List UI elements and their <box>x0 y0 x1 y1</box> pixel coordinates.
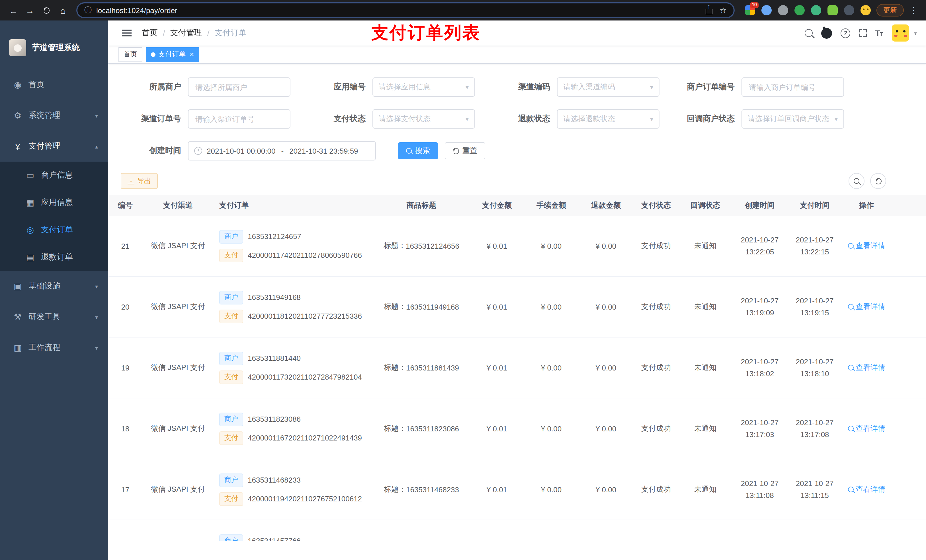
date-start: 2021-10-01 00:00:00 <box>207 146 275 155</box>
view-detail-link[interactable]: 查看详情 <box>848 484 885 495</box>
cell-product-title: 标题：1635311881439 <box>373 362 470 373</box>
bookmark-star-icon[interactable]: ☆ <box>720 6 727 15</box>
table-body: 21 微信 JSAPI 支付 商户 1635312124657 支付 42000… <box>108 216 926 540</box>
browser-menu-icon[interactable]: ⋮ <box>909 5 918 15</box>
font-size-icon[interactable]: TT <box>875 29 883 37</box>
back-icon[interactable]: ← <box>6 3 21 18</box>
reset-button[interactable]: 重置 <box>445 142 485 159</box>
search-icon[interactable] <box>805 29 813 37</box>
view-detail-link[interactable]: 查看详情 <box>848 241 885 251</box>
chevron-down-icon: ▾ <box>95 314 98 320</box>
extension-icon[interactable] <box>794 5 805 15</box>
pay-tag: 支付 <box>219 248 243 262</box>
cell-refund: ¥ 0.00 <box>579 242 633 250</box>
cell-amount: ¥ 0.01 <box>470 424 524 433</box>
search-toggle-button[interactable] <box>849 173 864 189</box>
sidebar-item-pay-order[interactable]: ◎ 支付订单 <box>0 216 108 244</box>
date-range-picker[interactable]: 2021-10-01 00:00:00 - 2021-10-31 23:59:5… <box>188 141 376 160</box>
tags-view-bar: 首页 支付订单 × <box>108 45 926 64</box>
table-row: 17 微信 JSAPI 支付 商户 1635311468233 支付 42000… <box>108 459 926 520</box>
extension-icon[interactable] <box>778 5 788 15</box>
app-title: 芋道管理系统 <box>32 43 80 53</box>
sidebar-item-app-info[interactable]: ▦ 应用信息 <box>0 189 108 216</box>
sidebar-item-merchant-info[interactable]: ▭ 商户信息 <box>0 162 108 189</box>
channel-order-no-input[interactable] <box>188 109 291 128</box>
view-detail-link[interactable]: 查看详情 <box>848 302 885 312</box>
extension-icon[interactable] <box>828 5 838 15</box>
export-button[interactable]: 导出 <box>121 173 158 189</box>
breadcrumb-separator: / <box>163 29 165 38</box>
chevron-down-icon: ▾ <box>650 115 653 123</box>
sidebar-item-dev-tools[interactable]: ⚒ 研发工具 ▾ <box>0 302 108 332</box>
cell-pay-status: 支付成功 <box>633 241 679 251</box>
avatar[interactable] <box>892 24 909 42</box>
question-icon[interactable]: ? <box>841 28 850 38</box>
cell-id: 20 <box>108 302 142 311</box>
toolbar-right-icons <box>849 173 886 189</box>
avatar-caret-icon[interactable]: ▾ <box>914 30 917 36</box>
sidebar-item-workflow[interactable]: ▥ 工作流程 ▾ <box>0 332 108 363</box>
fullscreen-icon[interactable] <box>859 29 867 37</box>
merchant-input[interactable] <box>188 77 291 97</box>
cell-action: 查看详情 <box>842 423 891 434</box>
pay-status-select[interactable]: 请选择支付状态 ▾ <box>372 109 475 128</box>
refund-status-select[interactable]: 请选择退款状态 ▾ <box>557 109 660 128</box>
filter-row: 所属商户 应用编号 请选择应用信息 ▾ 渠道编码 <box>121 77 926 97</box>
gear-icon: ⚙ <box>11 110 24 121</box>
extension-icon[interactable] <box>761 5 772 15</box>
close-icon[interactable]: × <box>190 51 194 58</box>
payment-submenu: ▭ 商户信息 ▦ 应用信息 ◎ 支付订单 ▤ 退款订单 <box>0 162 108 271</box>
cell-amount: ¥ 0.01 <box>470 242 524 250</box>
forward-icon[interactable]: → <box>22 3 38 18</box>
home-icon[interactable]: ⌂ <box>55 3 71 18</box>
cell-fee: ¥ 0.00 <box>524 302 579 311</box>
table-row-partial: 商户 1635311457766 支付 <box>108 520 926 540</box>
record-icon: ◎ <box>24 225 36 235</box>
emoji-extension-icon[interactable] <box>861 5 871 15</box>
pay-tag: 支付 <box>219 431 243 445</box>
view-detail-link[interactable]: 查看详情 <box>848 362 885 373</box>
cell-refund: ¥ 0.00 <box>579 363 633 372</box>
cell-notify-status: 未通知 <box>679 302 732 312</box>
sidebar-item-refund-order[interactable]: ▤ 退款订单 <box>0 244 108 271</box>
cell-channel: 微信 JSAPI 支付 <box>142 484 213 495</box>
document-icon: ▤ <box>24 252 36 263</box>
extension-icon[interactable]: 10 <box>745 5 755 15</box>
download-icon <box>127 178 135 184</box>
refresh-button[interactable] <box>870 173 886 189</box>
cell-refund: ¥ 0.00 <box>579 424 633 433</box>
app-select[interactable]: 请选择应用信息 ▾ <box>372 77 475 97</box>
channel-code-select[interactable]: 请输入渠道编码 ▾ <box>557 77 660 97</box>
breadcrumb-payment[interactable]: 支付管理 <box>170 28 202 38</box>
address-bar[interactable]: ⓘ localhost:1024/pay/order ☆ <box>76 2 735 18</box>
channel-pay-no: 4200001194202110276752100612 <box>248 495 362 503</box>
tab-home[interactable]: 首页 <box>118 47 142 62</box>
merchant-order-no-input[interactable] <box>741 77 844 97</box>
breadcrumb: 首页 / 支付管理 / 支付订单 <box>142 28 247 38</box>
table-row: 20 微信 JSAPI 支付 商户 1635311949168 支付 42000… <box>108 276 926 338</box>
extension-icon[interactable] <box>844 5 854 15</box>
search-icon <box>848 304 853 309</box>
view-detail-link[interactable]: 查看详情 <box>848 423 885 434</box>
search-button[interactable]: 搜索 <box>398 142 438 159</box>
cell-refund: ¥ 0.00 <box>579 485 633 494</box>
site-info-icon[interactable]: ⓘ <box>84 5 92 15</box>
tab-pay-order[interactable]: 支付订单 × <box>146 47 199 62</box>
hamburger-icon[interactable] <box>117 29 136 37</box>
sidebar-item-infrastructure[interactable]: ▣ 基础设施 ▾ <box>0 271 108 302</box>
cell-action: 查看详情 <box>842 302 891 312</box>
breadcrumb-home[interactable]: 首页 <box>142 28 158 38</box>
sidebar-item-home[interactable]: ◉ 首页 <box>0 69 108 100</box>
browser-update-button[interactable]: 更新 <box>876 4 904 17</box>
reload-icon[interactable] <box>39 3 54 18</box>
github-icon[interactable] <box>821 27 832 38</box>
sidebar-item-system[interactable]: ⚙ 系统管理 ▾ <box>0 100 108 131</box>
sidebar-item-payment[interactable]: ¥ 支付管理 ▴ <box>0 131 108 162</box>
notify-status-select[interactable]: 请选择订单回调商户状态 ▾ <box>741 109 844 128</box>
share-icon[interactable] <box>706 9 713 14</box>
cell-pay-status: 支付成功 <box>633 423 679 434</box>
browser-window: ← → ⌂ ⓘ localhost:1024/pay/order ☆ 10 更新… <box>0 0 926 560</box>
cell-pay-time: 2021-10-2713:18:10 <box>788 355 842 380</box>
url-text: localhost:1024/pay/order <box>96 6 701 15</box>
vue-devtools-extension-icon[interactable] <box>811 5 821 15</box>
